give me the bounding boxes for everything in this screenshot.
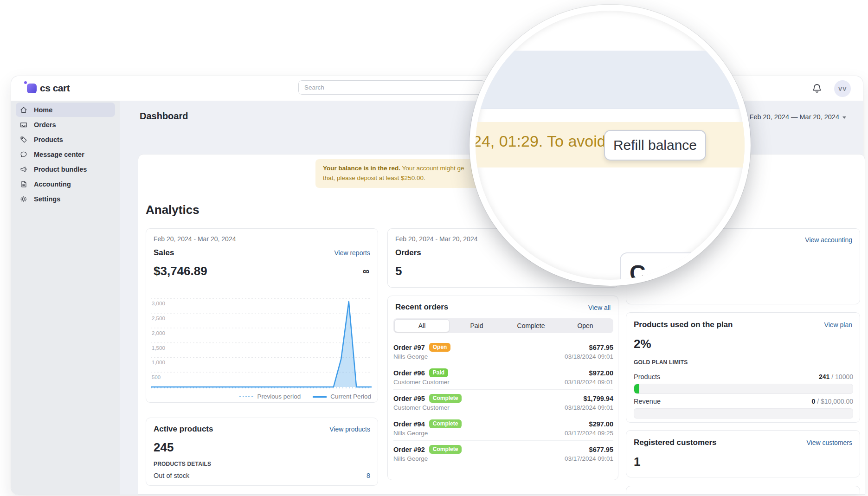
user-avatar[interactable]: VV bbox=[834, 80, 851, 97]
order-status-badge: Paid bbox=[429, 368, 448, 377]
tab-all[interactable]: All bbox=[394, 319, 450, 332]
tab-paid[interactable]: Paid bbox=[450, 319, 504, 332]
order-datetime: 03/18/2024 09:01 bbox=[565, 404, 613, 411]
cscart-logo-icon bbox=[27, 84, 37, 93]
recent-orders-title: Recent orders bbox=[395, 303, 448, 312]
date-range-label: Feb 20, 2024 — Mar 20, 2024 bbox=[750, 113, 839, 121]
order-customer: Nills George bbox=[393, 353, 428, 360]
infinity-symbol: ∞ bbox=[363, 266, 369, 277]
banner-bold-text: Your balance is in the red. bbox=[323, 165, 400, 172]
order-price: $297.00 bbox=[589, 420, 613, 428]
analytics-heading: Analytics bbox=[146, 203, 199, 217]
sidebar-item-products[interactable]: Products bbox=[16, 132, 115, 147]
order-price: $677.95 bbox=[589, 344, 613, 351]
logo-text: cs cart bbox=[40, 83, 70, 94]
active-products-count: 245 bbox=[154, 440, 174, 455]
svg-text:3,000: 3,000 bbox=[152, 301, 165, 306]
svg-text:500: 500 bbox=[152, 374, 161, 380]
sales-card: Feb 20, 2024 - Mar 20, 2024 Sales View r… bbox=[146, 228, 378, 403]
orders-card-title: Orders bbox=[395, 248, 421, 258]
activity-card: Activity View all bbox=[626, 486, 860, 495]
active-products-card: Active products View products 245 PRODUC… bbox=[146, 418, 378, 486]
view-plan-link[interactable]: View plan bbox=[824, 321, 852, 329]
order-status-badge: Complete bbox=[429, 419, 462, 428]
bell-icon bbox=[811, 83, 823, 95]
logo-dot-icon bbox=[24, 81, 27, 84]
document-icon bbox=[19, 180, 28, 188]
order-status-badge: Complete bbox=[429, 445, 462, 454]
sidebar-item-message-center[interactable]: Message center bbox=[16, 147, 115, 161]
svg-text:2,500: 2,500 bbox=[152, 316, 165, 321]
legend-previous-label: Previous period bbox=[257, 393, 301, 400]
order-customer: Customer Customer bbox=[393, 379, 450, 386]
sidebar-item-label: Home bbox=[34, 106, 52, 114]
svg-text:1,500: 1,500 bbox=[152, 345, 165, 351]
order-row[interactable]: Order #92Complete$677.95Nills George03/1… bbox=[393, 440, 613, 466]
progressbar-fill bbox=[634, 384, 639, 393]
sidebar-item-settings[interactable]: Settings bbox=[16, 192, 115, 206]
sidebar-item-home[interactable]: Home bbox=[16, 103, 115, 117]
sidebar-item-label: Message center bbox=[34, 151, 84, 158]
sidebar-item-label: Accounting bbox=[34, 180, 71, 188]
order-row[interactable]: Order #97Open$677.95Nills George03/18/20… bbox=[393, 339, 613, 364]
sidebar-item-orders[interactable]: Orders bbox=[16, 117, 115, 132]
magnified-banner-text: 24, 01:29. To avoid bbox=[476, 132, 606, 150]
view-customers-link[interactable]: View customers bbox=[806, 439, 852, 446]
out-of-stock-value[interactable]: 8 bbox=[366, 472, 370, 479]
out-of-stock-label: Out of stock bbox=[154, 472, 189, 479]
activity-title: Activity bbox=[634, 494, 662, 495]
order-id: Order #97Open bbox=[393, 343, 450, 352]
gear-icon bbox=[19, 195, 28, 203]
order-id: Order #96Paid bbox=[393, 368, 448, 377]
order-datetime: 03/18/2024 09:01 bbox=[565, 379, 613, 386]
legend-current-label: Current Period bbox=[330, 393, 371, 400]
order-customer: Nills George bbox=[393, 455, 428, 462]
order-id: Order #92Complete bbox=[393, 445, 462, 454]
magnified-partial-letter: C bbox=[630, 260, 646, 280]
view-reports-link[interactable]: View reports bbox=[334, 249, 370, 257]
sidebar-item-label: Product bundles bbox=[34, 166, 87, 173]
order-status-badge: Open bbox=[429, 343, 451, 352]
tab-open[interactable]: Open bbox=[558, 319, 612, 332]
refill-balance-button[interactable]: Refill balance bbox=[604, 130, 706, 161]
view-all-orders-link[interactable]: View all bbox=[588, 304, 611, 311]
registered-customers-title: Registered customers bbox=[634, 438, 717, 447]
orders-icon bbox=[19, 121, 28, 129]
notifications-button[interactable] bbox=[811, 83, 823, 95]
plan-limit-value: 241 / 10000 bbox=[819, 373, 853, 380]
banner-rest-text: Your account might ge bbox=[402, 165, 464, 172]
view-products-link[interactable]: View products bbox=[329, 425, 370, 433]
registered-customers-count: 1 bbox=[634, 455, 640, 469]
sales-chart: 5001,0001,5002,0002,5003,000 bbox=[150, 292, 373, 396]
order-row[interactable]: Order #95Complete$1,799.94Customer Custo… bbox=[393, 389, 613, 415]
sales-card-date: Feb 20, 2024 - Mar 20, 2024 bbox=[154, 235, 236, 243]
plan-limit-rows: Products241 / 10000Revenue0 / $10,000.00 bbox=[634, 369, 853, 419]
cscart-logo[interactable]: cs cart bbox=[27, 83, 70, 94]
order-row[interactable]: Order #96Paid$972.00Customer Customer03/… bbox=[393, 364, 613, 389]
out-of-stock-row[interactable]: Out of stock 8 bbox=[154, 472, 370, 479]
plan-card: Products used on the plan View plan 2% G… bbox=[626, 312, 860, 423]
sidebar-item-label: Orders bbox=[34, 121, 56, 129]
active-products-title: Active products bbox=[154, 425, 213, 434]
order-row[interactable]: Order #94Complete$297.00Nills George03/1… bbox=[393, 415, 613, 440]
chat-icon bbox=[19, 150, 28, 159]
order-customer: Nills George bbox=[393, 430, 428, 437]
plan-card-title: Products used on the plan bbox=[634, 320, 733, 329]
plan-limit-name: Products bbox=[634, 373, 660, 380]
search-input[interactable] bbox=[298, 80, 485, 95]
plan-limit-label-row: Products241 / 10000 bbox=[634, 373, 853, 380]
tag-icon bbox=[19, 135, 28, 144]
magnifier-circle: 24, 01:29. To avoid Refill balance C bbox=[469, 5, 751, 286]
tab-complete[interactable]: Complete bbox=[504, 319, 558, 332]
plan-limit-label-row: Revenue0 / $10,000.00 bbox=[634, 398, 853, 405]
order-status-tabs: AllPaidCompleteOpen bbox=[393, 318, 613, 333]
view-accounting-link[interactable]: View accounting bbox=[805, 236, 852, 244]
sales-card-title: Sales bbox=[154, 248, 174, 258]
sidebar-item-product-bundles[interactable]: Product bundles bbox=[16, 162, 115, 176]
svg-text:2,000: 2,000 bbox=[152, 330, 165, 336]
orders-count: 5 bbox=[395, 264, 402, 278]
order-status-badge: Complete bbox=[429, 394, 462, 403]
sidebar-item-accounting[interactable]: Accounting bbox=[16, 177, 115, 191]
page-title: Dashboard bbox=[140, 111, 188, 122]
date-range-picker[interactable]: Feb 20, 2024 — Mar 20, 2024 bbox=[750, 113, 846, 121]
